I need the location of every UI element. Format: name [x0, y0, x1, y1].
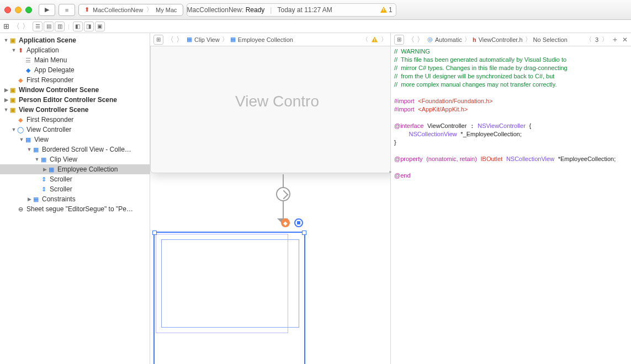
- status-time: Today at 11:27 AM: [277, 6, 332, 14]
- layout-icon[interactable]: ▣: [95, 22, 105, 31]
- next-counterpart-button[interactable]: 〉: [602, 35, 608, 44]
- layout-icon[interactable]: ▥: [55, 22, 65, 31]
- label: App Delegate: [34, 66, 75, 74]
- label: Main Menu: [34, 56, 67, 64]
- breadcrumb-item[interactable]: Employee Collection: [238, 36, 293, 43]
- tree-item[interactable]: ▼▦Bordered Scroll View - Colle…: [0, 144, 150, 154]
- label: Bordered Scroll View - Colle…: [42, 146, 131, 153]
- prev-counterpart-button[interactable]: 〈: [586, 35, 592, 44]
- scene-icon: ▣: [9, 36, 17, 44]
- related-icon[interactable]: ⊞: [394, 35, 404, 45]
- back-button[interactable]: 〈: [167, 35, 174, 45]
- tree-item[interactable]: ▼⬆Application: [0, 45, 150, 55]
- forward-button[interactable]: 〉: [417, 35, 424, 45]
- tree-item[interactable]: ▼▦View: [0, 135, 150, 144]
- label: First Responder: [26, 116, 73, 124]
- cube-icon: ◆: [24, 66, 32, 74]
- scene-icon: ▣: [9, 96, 17, 104]
- forward-button[interactable]: 〉: [176, 35, 183, 45]
- view-controller-card[interactable]: View Contro: [150, 46, 390, 173]
- back-button[interactable]: 〈: [407, 35, 415, 45]
- layout-icon[interactable]: ☰: [33, 22, 43, 31]
- tok: #import: [394, 98, 415, 104]
- scheme-selector[interactable]: ⬆ MacCollectionNew 〉 My Mac: [78, 4, 183, 16]
- scrollview-icon: ▦: [32, 146, 40, 153]
- breadcrumb-item[interactable]: Automatic: [435, 36, 462, 43]
- tree-item[interactable]: ☰Main Menu: [0, 55, 150, 65]
- selection-frame[interactable]: [153, 232, 305, 364]
- code-line: // more complex manual changes may not t…: [394, 81, 556, 88]
- scene-header[interactable]: ▼▣View Controller Scene: [0, 105, 150, 115]
- forward-button[interactable]: 〉: [22, 22, 29, 31]
- breadcrumb-item[interactable]: No Selection: [533, 36, 568, 43]
- tree-item[interactable]: ⇕Scroller: [0, 184, 150, 194]
- close-icon[interactable]: [4, 7, 11, 13]
- tree-item[interactable]: ▶▦Constraints: [0, 194, 150, 204]
- layout-icon[interactable]: ◨: [84, 22, 94, 31]
- layout-icon[interactable]: ◧: [73, 22, 83, 31]
- storyboard-canvas[interactable]: View Contro ◆: [150, 46, 390, 364]
- editor-jumpbar: ⊞ 〈〉 ◎ Automatic 〉 h ViewController.h 〉 …: [391, 33, 631, 46]
- menu-icon: ☰: [24, 56, 32, 64]
- view-controller-icon[interactable]: [294, 218, 303, 227]
- tok: @end: [394, 172, 411, 179]
- layout-icon[interactable]: ▤: [44, 22, 54, 31]
- scene-icon: ▣: [9, 86, 17, 94]
- collection-icon: ▦: [47, 165, 55, 173]
- tree-item[interactable]: ⇕Scroller: [0, 174, 150, 184]
- source-editor[interactable]: // WARNING // This file has been generat…: [391, 46, 631, 364]
- scene-header[interactable]: ▶▣Person Editor Controller Scene: [0, 95, 150, 105]
- warnings-badge[interactable]: 1: [380, 6, 396, 14]
- app-icon: ⬆: [17, 46, 24, 54]
- related-icon[interactable]: ⊞: [153, 35, 163, 45]
- tree-item[interactable]: ◆First Responder: [0, 115, 150, 125]
- label: Constraints: [42, 195, 76, 203]
- tok: @property: [394, 156, 423, 162]
- scroller-icon: ⇕: [40, 185, 47, 193]
- tok: {: [529, 122, 531, 129]
- status-state: Ready: [246, 6, 265, 14]
- tree-item[interactable]: ▼◯View Controller: [0, 125, 150, 135]
- resize-handle[interactable]: [152, 231, 157, 235]
- pane-resize-handle[interactable]: ●: [389, 165, 392, 178]
- view-mode-icon[interactable]: ⊞: [3, 22, 9, 30]
- code-line: // mirror C# types. Changes in this file…: [394, 65, 568, 71]
- close-editor-button[interactable]: ✕: [622, 36, 628, 44]
- label: Person Editor Controller Scene: [19, 96, 117, 104]
- main-content: ▼▣Application Scene ▼⬆Application ☰Main …: [0, 33, 631, 364]
- segue-ring-icon[interactable]: [276, 187, 290, 201]
- clipview-icon: ▦: [187, 36, 192, 43]
- activity-status: MacCollectionNew: Ready | Today at 11:27…: [187, 3, 396, 17]
- scene-header[interactable]: ▶▣Window Controller Scene: [0, 85, 150, 95]
- add-editor-button[interactable]: ＋: [611, 35, 619, 45]
- back-button[interactable]: 〈: [13, 22, 20, 31]
- clipview-icon: ▦: [40, 156, 47, 163]
- forward-button[interactable]: 〉: [381, 35, 387, 44]
- label: Employee Collection: [57, 165, 118, 173]
- breadcrumb-item[interactable]: Clip View: [194, 36, 220, 43]
- breadcrumb-item[interactable]: ViewController.h: [479, 36, 523, 43]
- scene-header[interactable]: ▼▣Application Scene: [0, 35, 150, 45]
- stop-button[interactable]: ■: [59, 4, 75, 16]
- zoom-icon[interactable]: [25, 7, 32, 13]
- viewcontroller-icon: ◯: [17, 126, 24, 133]
- first-responder-icon[interactable]: ◆: [281, 218, 290, 227]
- warning-icon[interactable]: [372, 37, 378, 42]
- label: View Controller Scene: [19, 106, 89, 114]
- back-button[interactable]: 〈: [362, 35, 368, 44]
- canvas-jumpbar: ⊞ 〈〉 ▦ Clip View 〉 ▦ Employee Collection…: [150, 33, 390, 46]
- tree-item[interactable]: ▼▦Clip View: [0, 154, 150, 164]
- tree-item[interactable]: ◆App Delegate: [0, 65, 150, 75]
- tree-item[interactable]: ⊖Sheet segue "EditorSegue" to "Pe…: [0, 204, 150, 214]
- tree-item[interactable]: ◆First Responder: [0, 75, 150, 85]
- minimize-icon[interactable]: [15, 7, 22, 13]
- scroller-icon: ⇕: [40, 175, 47, 183]
- tok: IBOutlet: [481, 156, 503, 162]
- label: Scroller: [50, 185, 72, 193]
- label: Window Controller Scene: [19, 86, 99, 94]
- resize-handle[interactable]: [302, 231, 306, 235]
- tree-item-selected[interactable]: ▶▦Employee Collection: [0, 164, 150, 174]
- run-button[interactable]: ▶: [39, 4, 55, 16]
- tok: (nonatomic, retain): [426, 156, 477, 162]
- label: Application: [26, 46, 59, 54]
